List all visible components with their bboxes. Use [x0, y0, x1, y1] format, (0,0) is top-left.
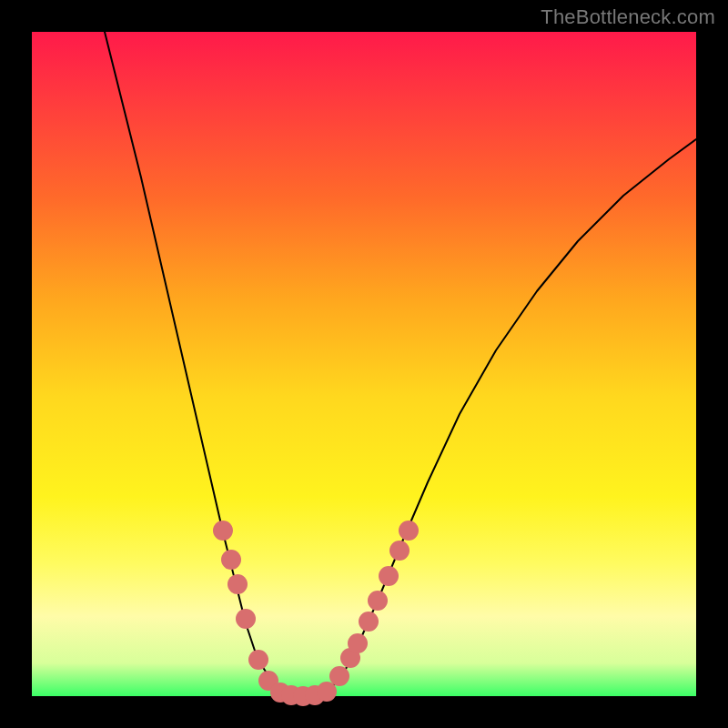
- bead-left-4: [248, 650, 268, 670]
- bead-left-2: [228, 574, 248, 594]
- bead-right-6: [389, 541, 410, 561]
- bead-right-4: [368, 591, 388, 611]
- bead-group: [213, 521, 419, 706]
- chart-stage: TheBottleneck.com: [0, 0, 728, 728]
- plot-area: [32, 32, 696, 696]
- bead-right-7: [399, 521, 419, 541]
- bead-right-3: [359, 612, 379, 632]
- bead-left-0: [213, 521, 233, 541]
- bead-bottom-4: [317, 682, 337, 702]
- right-curve: [323, 139, 696, 694]
- chart-overlay: [32, 32, 696, 696]
- bead-left-1: [221, 550, 241, 570]
- bead-right-0: [329, 666, 349, 686]
- bead-right-2: [348, 633, 368, 653]
- watermark-text: TheBottleneck.com: [541, 5, 715, 29]
- left-curve: [100, 14, 287, 694]
- bead-right-5: [379, 566, 399, 586]
- bead-left-3: [236, 609, 256, 629]
